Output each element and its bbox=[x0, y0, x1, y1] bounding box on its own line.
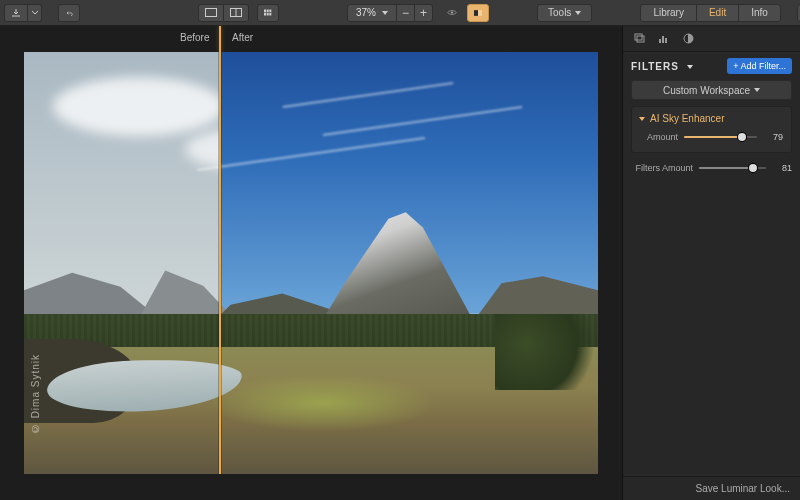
mask-icon[interactable] bbox=[681, 32, 695, 46]
zoom-out-button[interactable]: − bbox=[397, 4, 415, 22]
amount-value: 79 bbox=[763, 132, 783, 142]
zoom-value[interactable]: 37% bbox=[347, 4, 397, 22]
svg-rect-12 bbox=[478, 10, 482, 16]
save-look-button[interactable]: Save Luminar Look... bbox=[623, 476, 800, 500]
svg-rect-16 bbox=[662, 36, 664, 43]
before-after-labels bbox=[0, 32, 622, 46]
image-canvas[interactable]: © Dima Sytnik bbox=[24, 52, 598, 474]
filters-title[interactable]: FILTERS bbox=[631, 61, 693, 72]
svg-rect-15 bbox=[659, 39, 661, 43]
quick-preview-button[interactable] bbox=[441, 4, 463, 22]
svg-rect-4 bbox=[267, 10, 269, 13]
tab-library[interactable]: Library bbox=[640, 4, 697, 22]
import-group bbox=[4, 4, 42, 22]
filters-amount-value: 81 bbox=[772, 163, 792, 173]
import-button[interactable] bbox=[4, 4, 28, 22]
amount-slider[interactable]: Amount 79 bbox=[640, 132, 783, 142]
panel-tool-row bbox=[623, 26, 800, 52]
layers-icon[interactable] bbox=[633, 32, 647, 46]
svg-point-9 bbox=[451, 11, 453, 13]
svg-rect-5 bbox=[269, 10, 271, 13]
single-view-button[interactable] bbox=[198, 4, 224, 22]
view-mode-group bbox=[198, 4, 249, 22]
import-menu-button[interactable] bbox=[28, 4, 42, 22]
after-label: After bbox=[232, 32, 253, 43]
watermark-text: © Dima Sytnik bbox=[30, 354, 41, 434]
zoom-in-button[interactable]: + bbox=[415, 4, 433, 22]
mode-tabs: Library Edit Info bbox=[640, 4, 781, 22]
main-area: Before After bbox=[0, 26, 800, 500]
chevron-down-icon bbox=[683, 61, 693, 72]
top-toolbar: 37% − + Tools Library Edit Info bbox=[0, 0, 800, 26]
svg-rect-6 bbox=[264, 13, 266, 16]
gallery-view-button[interactable] bbox=[257, 4, 279, 22]
amount-label: Amount bbox=[640, 132, 678, 142]
before-label: Before bbox=[180, 32, 209, 43]
before-after-toggle[interactable] bbox=[467, 4, 489, 22]
filters-panel: FILTERS + Add Filter... Custom Workspace… bbox=[622, 26, 800, 500]
chevron-down-icon bbox=[378, 7, 388, 18]
workspace-selector[interactable]: Custom Workspace bbox=[631, 80, 792, 100]
tab-edit[interactable]: Edit bbox=[697, 4, 738, 22]
histogram-icon[interactable] bbox=[657, 32, 671, 46]
filter-ai-sky-enhancer: AI Sky Enhancer Amount 79 bbox=[631, 106, 792, 153]
svg-rect-3 bbox=[264, 10, 266, 13]
svg-rect-17 bbox=[665, 38, 667, 43]
svg-rect-14 bbox=[637, 36, 644, 42]
filters-amount-label: Filters Amount bbox=[631, 163, 693, 173]
svg-rect-7 bbox=[267, 13, 269, 16]
zoom-control: 37% − + bbox=[347, 4, 433, 22]
canvas-area: Before After bbox=[0, 26, 622, 500]
tools-menu[interactable]: Tools bbox=[537, 4, 592, 22]
photo-contents bbox=[24, 52, 598, 474]
svg-rect-11 bbox=[474, 10, 478, 16]
filters-header: FILTERS + Add Filter... bbox=[623, 52, 800, 80]
compare-split-handle[interactable] bbox=[219, 52, 221, 474]
svg-rect-13 bbox=[635, 34, 642, 40]
split-line-top-ext bbox=[219, 26, 221, 52]
compare-view-button[interactable] bbox=[224, 4, 249, 22]
svg-rect-0 bbox=[206, 9, 217, 17]
add-filter-button[interactable]: + Add Filter... bbox=[727, 58, 792, 74]
filter-name[interactable]: AI Sky Enhancer bbox=[640, 113, 783, 124]
filters-amount-slider[interactable]: Filters Amount 81 bbox=[631, 163, 792, 173]
tab-info[interactable]: Info bbox=[738, 4, 781, 22]
undo-button[interactable] bbox=[58, 4, 80, 22]
svg-rect-8 bbox=[269, 13, 271, 16]
